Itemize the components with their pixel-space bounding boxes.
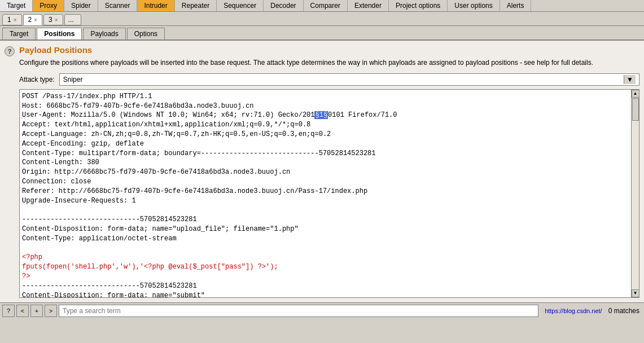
- tab-2-close[interactable]: ×: [34, 17, 37, 23]
- subtab-options[interactable]: Options: [127, 28, 165, 39]
- app-window: Target Proxy Spider Scanner Intruder Rep…: [0, 0, 644, 343]
- menu-item-scanner[interactable]: Scanner: [98, 0, 138, 11]
- menu-item-user-options[interactable]: User options: [448, 0, 500, 11]
- subtab-positions[interactable]: Positions: [37, 28, 82, 39]
- menu-item-spider[interactable]: Spider: [64, 0, 98, 11]
- menu-item-proxy[interactable]: Proxy: [33, 0, 64, 11]
- tab-1[interactable]: 1 ×: [2, 14, 22, 25]
- tab-more-label: ...: [68, 16, 74, 24]
- main-content: ? Payload Positions Configure the positi…: [0, 41, 644, 302]
- scroll-track: [632, 98, 639, 289]
- subtab-payloads[interactable]: Payloads: [83, 28, 125, 39]
- menu-bar: Target Proxy Spider Scanner Intruder Rep…: [0, 0, 644, 12]
- scroll-up-btn[interactable]: ▲: [632, 90, 639, 98]
- tab-2[interactable]: 2 ×: [23, 14, 43, 25]
- tab-more[interactable]: ...: [64, 14, 81, 25]
- tab-row: 1 × 2 × 3 × ...: [0, 12, 644, 26]
- url-display: https://blog.csdn.net/: [540, 307, 607, 314]
- scroll-thumb[interactable]: [632, 98, 639, 121]
- tab-2-label: 2: [28, 16, 32, 24]
- content-panel: Payload Positions Configure the position…: [19, 45, 639, 298]
- sub-tab-row: Target Positions Payloads Options: [0, 26, 644, 41]
- menu-item-target[interactable]: Target: [0, 0, 33, 11]
- panel-description: Configure the positions where payloads w…: [19, 58, 639, 68]
- help-column: ?: [5, 45, 15, 298]
- help-button[interactable]: ?: [2, 305, 15, 317]
- bottom-bar: ? < + > https://blog.csdn.net/ 0 matches: [0, 302, 644, 319]
- scroll-down-btn[interactable]: ▼: [632, 289, 639, 297]
- tab-1-close[interactable]: ×: [14, 17, 17, 23]
- match-count: 0 matches: [608, 307, 642, 315]
- help-icon[interactable]: ?: [5, 46, 15, 56]
- attack-type-row: Attack type: Sniper ▼: [19, 73, 639, 86]
- tab-3-label: 3: [49, 16, 52, 24]
- prev-button-label: <: [21, 307, 24, 314]
- menu-item-comparer[interactable]: Comparer: [304, 0, 348, 11]
- menu-item-extender[interactable]: Extender: [348, 0, 389, 11]
- tab-3-close[interactable]: ×: [55, 17, 58, 23]
- menu-item-repeater[interactable]: Repeater: [175, 0, 217, 11]
- help-button-label: ?: [7, 307, 10, 314]
- editor-line-1: POST /Pass-17/index.php HTTP/1.1 Host: 6…: [22, 93, 397, 297]
- editor-content[interactable]: POST /Pass-17/index.php HTTP/1.1 Host: 6…: [20, 90, 631, 297]
- add-button-label: +: [35, 307, 38, 314]
- search-input[interactable]: [59, 305, 538, 317]
- menu-item-decoder[interactable]: Decoder: [264, 0, 303, 11]
- editor-scrollbar: ▲ ▼: [631, 90, 639, 297]
- attack-type-select[interactable]: Sniper ▼: [59, 73, 639, 86]
- tab-3[interactable]: 3 ×: [43, 14, 63, 25]
- editor-container: POST /Pass-17/index.php HTTP/1.1 Host: 6…: [19, 89, 639, 298]
- menu-item-project-options[interactable]: Project options: [389, 0, 448, 11]
- menu-item-intruder[interactable]: Intruder: [137, 0, 174, 11]
- next-button[interactable]: >: [45, 305, 57, 317]
- tab-1-label: 1: [7, 16, 11, 24]
- menu-item-sequencer[interactable]: Sequencer: [217, 0, 264, 11]
- prev-button[interactable]: <: [16, 305, 29, 317]
- select-arrow-icon: ▼: [624, 75, 636, 84]
- attack-type-value: Sniper: [63, 76, 83, 83]
- subtab-target[interactable]: Target: [2, 28, 36, 39]
- next-button-label: >: [49, 307, 52, 314]
- menu-item-alerts[interactable]: Alerts: [500, 0, 532, 11]
- panel-title: Payload Positions: [19, 45, 639, 55]
- attack-type-label: Attack type:: [19, 76, 55, 83]
- add-button[interactable]: +: [30, 305, 43, 317]
